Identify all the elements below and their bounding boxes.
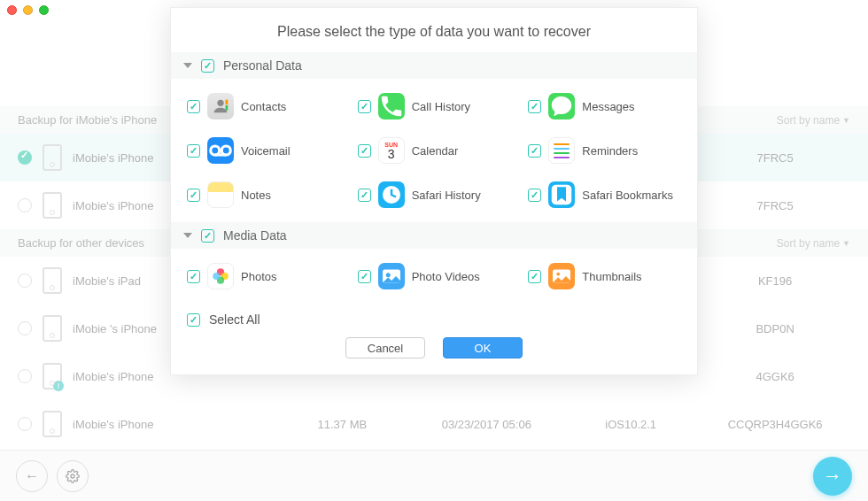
data-type-safari-hist[interactable]: Safari History: [349, 173, 520, 217]
backup-date: 03/23/2017 05:06: [411, 418, 562, 431]
backup-id: 7FRC5: [700, 151, 850, 165]
item-checkbox[interactable]: [528, 100, 541, 113]
phone-icon: [43, 267, 62, 294]
thumbnails-icon: [548, 263, 575, 289]
item-label: Notes: [241, 189, 271, 202]
item-checkbox[interactable]: [187, 189, 200, 202]
chevron-down-icon: [183, 63, 192, 68]
data-type-reminders[interactable]: Reminders: [519, 128, 690, 173]
item-checkbox[interactable]: [528, 270, 541, 283]
group-media-data[interactable]: Media Data: [171, 222, 697, 249]
recover-type-modal: Please select the type of data you want …: [170, 7, 698, 375]
radio-icon[interactable]: [18, 198, 32, 212]
phone-warning-icon: [43, 363, 62, 389]
phone-icon: [43, 411, 62, 437]
data-type-call[interactable]: Call History: [349, 84, 520, 128]
item-label: Contacts: [241, 100, 286, 113]
item-label: Reminders: [582, 144, 638, 158]
data-type-thumbnails[interactable]: Thumbnails: [519, 254, 690, 298]
group-label: Personal Data: [223, 58, 302, 73]
phone-icon: [43, 315, 62, 342]
backup-row[interactable]: iMobie's iPhone 11.37 MB 03/23/2017 05:0…: [0, 400, 868, 448]
photovideos-icon: [378, 263, 405, 289]
personal-data-grid: ContactsCall HistoryMessagesVoicemailSUN…: [171, 79, 697, 222]
item-label: Call History: [412, 100, 470, 113]
data-type-photos[interactable]: Photos: [178, 254, 349, 298]
radio-icon[interactable]: [18, 321, 32, 335]
radio-icon[interactable]: [18, 274, 32, 288]
item-checkbox[interactable]: [187, 270, 200, 283]
item-label: Calendar: [412, 144, 459, 158]
sort-dropdown[interactable]: Sort by name ▼: [777, 237, 850, 250]
phone-icon: [43, 192, 62, 219]
msg-icon: [548, 93, 575, 119]
sort-dropdown[interactable]: Sort by name ▼: [777, 114, 850, 127]
notes-icon: [207, 181, 234, 208]
group-label: Media Data: [223, 228, 287, 243]
group-checkbox[interactable]: [201, 59, 214, 73]
item-checkbox[interactable]: [358, 189, 371, 202]
backup-id: CCQRP3H4GGK6: [700, 418, 850, 431]
photos-icon: [207, 263, 234, 289]
data-type-photovideos[interactable]: Photo Videos: [349, 254, 520, 298]
safari-hist-icon: [378, 181, 405, 208]
backup-name: iMobie's iPhone: [73, 418, 273, 431]
item-label: Safari Bookmarks: [582, 189, 673, 202]
item-checkbox[interactable]: [187, 144, 200, 158]
item-checkbox[interactable]: [187, 100, 200, 113]
media-data-grid: PhotosPhoto VideosThumbnails: [171, 249, 697, 304]
data-type-safari-bm[interactable]: Safari Bookmarks: [519, 173, 690, 217]
item-checkbox[interactable]: [358, 144, 371, 158]
svg-point-1: [217, 100, 223, 106]
radio-icon[interactable]: [18, 417, 32, 431]
item-label: Safari History: [412, 189, 481, 202]
data-type-msg[interactable]: Messages: [519, 84, 690, 128]
calendar-icon: SUN3: [378, 137, 405, 164]
ok-button[interactable]: OK: [443, 337, 523, 358]
item-label: Thumbnails: [582, 270, 641, 283]
select-all-checkbox[interactable]: [187, 313, 200, 327]
item-checkbox[interactable]: [358, 100, 371, 113]
item-label: Photos: [241, 270, 276, 283]
data-type-contacts[interactable]: Contacts: [178, 84, 349, 128]
reminders-icon: [548, 137, 575, 164]
radio-selected-icon[interactable]: [18, 150, 32, 165]
backup-id: 7FRC5: [700, 199, 850, 212]
svg-point-17: [557, 273, 561, 276]
item-checkbox[interactable]: [358, 270, 371, 283]
svg-rect-3: [226, 105, 229, 111]
radio-icon[interactable]: [18, 369, 32, 383]
item-checkbox[interactable]: [528, 144, 541, 158]
next-button[interactable]: →: [813, 457, 852, 496]
gear-icon: [66, 469, 80, 483]
backup-id: KF196: [700, 274, 850, 288]
chevron-down-icon: [183, 233, 192, 238]
backup-id: BDP0N: [700, 322, 850, 335]
backup-ios: iOS10.2.1: [572, 418, 689, 431]
modal-title: Please select the type of data you want …: [171, 8, 697, 52]
data-type-notes[interactable]: Notes: [178, 173, 349, 217]
svg-point-0: [71, 474, 74, 478]
data-type-calendar[interactable]: SUN3Calendar: [349, 128, 520, 173]
section-title: Backup for other devices: [18, 236, 144, 250]
back-button[interactable]: ←: [16, 460, 48, 492]
settings-button[interactable]: [57, 460, 89, 492]
voicemail-icon: [207, 137, 234, 164]
data-type-voicemail[interactable]: Voicemail: [178, 128, 349, 173]
group-personal-data[interactable]: Personal Data: [171, 52, 697, 79]
group-checkbox[interactable]: [201, 229, 214, 243]
cancel-button[interactable]: Cancel: [345, 337, 425, 358]
svg-point-15: [385, 273, 390, 277]
item-label: Messages: [582, 100, 634, 113]
contacts-icon: [207, 93, 234, 119]
select-all-row[interactable]: Select All: [171, 304, 697, 332]
svg-rect-2: [226, 100, 229, 105]
call-icon: [378, 93, 405, 119]
phone-icon: [43, 144, 62, 171]
item-checkbox[interactable]: [528, 189, 541, 202]
item-label: Photo Videos: [412, 270, 480, 283]
item-label: Voicemail: [241, 144, 291, 158]
section-title: Backup for iMobie's iPhone: [18, 113, 157, 127]
select-all-label: Select All: [209, 312, 260, 327]
svg-point-13: [213, 273, 220, 280]
